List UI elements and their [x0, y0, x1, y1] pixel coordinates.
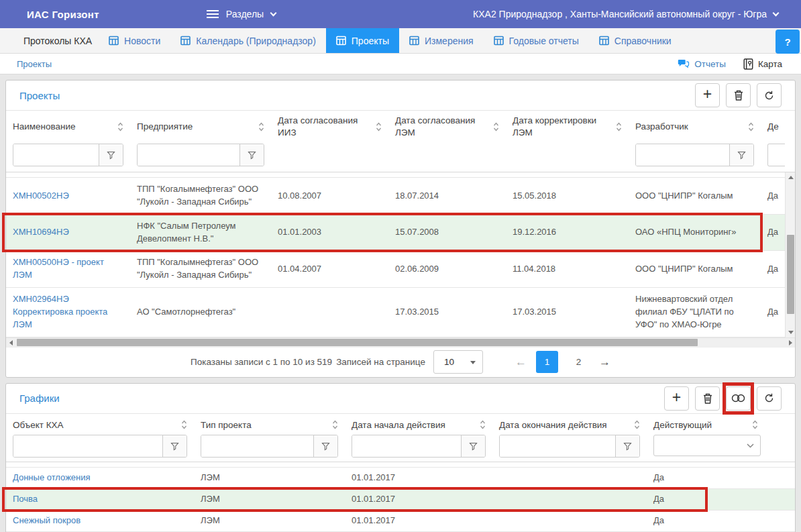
- sort-icon[interactable]: [258, 121, 264, 132]
- column-header[interactable]: Объект КХА: [6, 414, 194, 434]
- per-page-value: 10: [444, 357, 454, 367]
- filter-input[interactable]: [13, 435, 162, 457]
- page-button-1[interactable]: 1: [536, 351, 558, 373]
- sort-icon[interactable]: [752, 419, 758, 430]
- filter-input[interactable]: [500, 435, 615, 457]
- column-label: Дата корректировки ЛЭМ: [513, 115, 613, 138]
- column-header[interactable]: Дата согласования ИИЗ: [271, 111, 388, 142]
- filter-input[interactable]: [352, 435, 461, 457]
- sections-menu[interactable]: Разделы: [207, 9, 276, 19]
- scroll-left-arrow-icon[interactable]: [6, 338, 15, 348]
- table-row[interactable]: ХМН00502НЭТПП "Когалымнефтегаз" ООО "Лук…: [6, 178, 785, 215]
- table-row[interactable]: ПочваЛЭМ01.01.2017Да: [6, 489, 795, 511]
- filter-input[interactable]: [138, 144, 239, 166]
- tab-6[interactable]: Справочники: [589, 28, 682, 53]
- per-page-select[interactable]: 10: [433, 350, 483, 374]
- cell-company: ТПП "Когалымнефтегаз" ООО "Лукойл - Запа…: [130, 251, 271, 287]
- column-header[interactable]: Дата окончания действия: [492, 414, 647, 434]
- trash-icon: [703, 393, 712, 404]
- filter-funnel-button[interactable]: [239, 144, 264, 166]
- sort-icon[interactable]: [181, 419, 187, 430]
- prev-page-arrow[interactable]: ←: [515, 356, 527, 369]
- tab-2[interactable]: Календарь (Природнадзор): [170, 28, 326, 53]
- scroll-down-arrow-icon[interactable]: [786, 328, 796, 337]
- cell-start: 01.01.2017: [345, 511, 492, 531]
- delete-button[interactable]: [726, 83, 751, 107]
- map-link[interactable]: Карта: [743, 58, 782, 70]
- row-link[interactable]: ХМН10694НЭ: [13, 227, 69, 237]
- row-link[interactable]: ХМН00500НЭ - проект ЛЭМ: [13, 257, 104, 280]
- column-header[interactable]: Наименование: [6, 111, 130, 142]
- projects-table-body: ХМН00502НЭТПП "Когалымнефтегаз" ООО "Лук…: [6, 172, 785, 337]
- cell-company: АО "Самотлорнефтегаз": [130, 301, 271, 324]
- filter-funnel-button[interactable]: [313, 435, 337, 457]
- row-link[interactable]: Снежный покров: [13, 515, 81, 525]
- filter-input[interactable]: [636, 144, 729, 166]
- tab-bar: Протоколы КХА НовостиКалендарь (Природна…: [0, 28, 801, 54]
- column-header[interactable]: Разработчик: [629, 111, 761, 142]
- column-header[interactable]: Дата согласования ЛЭМ: [388, 111, 506, 142]
- tab-1[interactable]: Новости: [99, 28, 170, 53]
- table-row[interactable]: ХМН10694НЭНФК "Салым Петролеум Девелопме…: [6, 215, 785, 252]
- column-header[interactable]: Де: [761, 111, 785, 142]
- column-header[interactable]: Дата начала действия: [345, 414, 492, 434]
- column-header[interactable]: Предприятие: [130, 111, 271, 142]
- filter-select[interactable]: [653, 435, 761, 456]
- filter-funnel-button[interactable]: [162, 435, 186, 457]
- context-selector[interactable]: КХА2 Природнадзор , Ханты-Мансийский авт…: [473, 9, 778, 19]
- filter-input[interactable]: [13, 144, 99, 166]
- sort-icon[interactable]: [493, 121, 499, 132]
- table-row[interactable]: ХМН00500НЭ - проект ЛЭМТПП "Когалымнефте…: [6, 251, 785, 288]
- filter-input[interactable]: [768, 144, 785, 166]
- column-label: Дата согласования ЛЭМ: [395, 115, 490, 138]
- cell-name: ХМН00502НЭ: [6, 184, 130, 208]
- scroll-up-arrow-icon[interactable]: [786, 172, 796, 182]
- row-link[interactable]: ХМН02964НЭ Корректировка проекта ЛЭМ: [13, 294, 107, 329]
- tab-5[interactable]: Годовые отчеты: [484, 28, 589, 53]
- filter-funnel-button[interactable]: [99, 144, 123, 166]
- help-button[interactable]: ?: [776, 30, 800, 54]
- add-button[interactable]: +: [695, 83, 720, 107]
- reports-link[interactable]: Отчеты: [678, 59, 726, 69]
- column-label: Наименование: [13, 121, 115, 133]
- link-button[interactable]: [726, 386, 751, 411]
- sort-icon[interactable]: [616, 121, 622, 132]
- column-label: Де: [767, 121, 785, 133]
- tab-4[interactable]: Измерения: [399, 28, 484, 53]
- delete-button[interactable]: [695, 386, 720, 411]
- horizontal-scrollbar[interactable]: [6, 337, 795, 347]
- vertical-scrollbar[interactable]: [785, 172, 795, 337]
- add-button[interactable]: +: [664, 386, 689, 411]
- column-header[interactable]: Тип проекта: [194, 414, 345, 434]
- table-row[interactable]: ХМН02964НЭ Корректировка проекта ЛЭМАО "…: [6, 288, 785, 337]
- vertical-scroll-thumb[interactable]: [787, 235, 794, 314]
- column-header[interactable]: Действующий: [647, 414, 767, 434]
- table-row[interactable]: Снежный покровЛЭМ01.01.2017Да: [6, 511, 795, 532]
- sort-icon[interactable]: [332, 419, 338, 430]
- row-link[interactable]: ХМН00502НЭ: [13, 191, 69, 201]
- next-page-arrow[interactable]: →: [599, 356, 610, 369]
- row-link[interactable]: Почва: [13, 494, 38, 504]
- sort-icon[interactable]: [634, 419, 640, 430]
- refresh-button[interactable]: [757, 83, 782, 107]
- sort-icon[interactable]: [480, 419, 486, 430]
- filter-input[interactable]: [201, 435, 313, 457]
- filter-funnel-button[interactable]: [461, 435, 485, 457]
- column-header[interactable]: Дата корректировки ЛЭМ: [506, 111, 629, 142]
- horizontal-scroll-thumb[interactable]: [17, 339, 698, 346]
- row-link[interactable]: Донные отложения: [13, 472, 91, 482]
- scroll-right-arrow-icon[interactable]: [786, 338, 795, 348]
- tab-3[interactable]: Проекты: [326, 28, 399, 53]
- refresh-button[interactable]: [757, 386, 782, 411]
- refresh-icon: [764, 393, 774, 403]
- breadcrumb-current[interactable]: Проекты: [17, 59, 52, 69]
- sort-icon[interactable]: [117, 121, 123, 132]
- filter-funnel-button[interactable]: [729, 144, 753, 166]
- table-row[interactable]: Донные отложенияЛЭМ01.01.2017Да: [6, 468, 795, 489]
- cell-object: Почва: [6, 489, 194, 510]
- page-button-2[interactable]: 2: [568, 351, 590, 373]
- projects-table-header: НаименованиеПредприятиеДата согласования…: [6, 111, 795, 142]
- sort-icon[interactable]: [748, 121, 754, 132]
- filter-funnel-button[interactable]: [615, 435, 639, 457]
- sort-icon[interactable]: [376, 121, 382, 132]
